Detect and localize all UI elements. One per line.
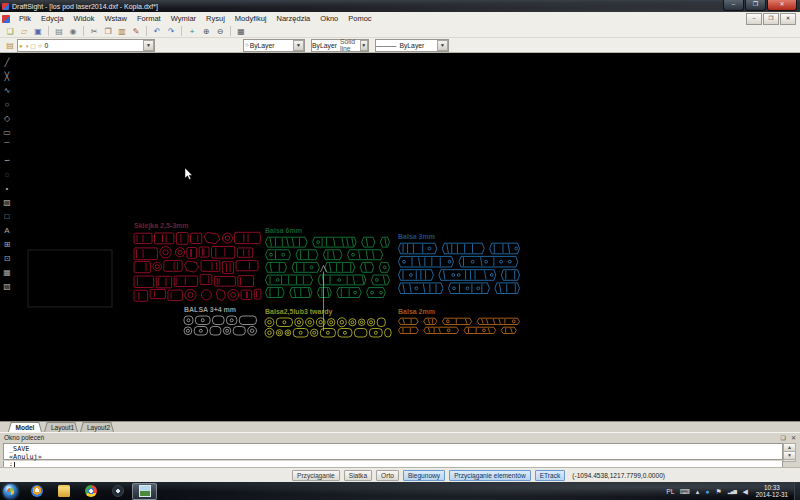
hatch-tool[interactable]: ▨ (1, 196, 13, 210)
status-bar: PrzyciąganieSiatkaOrtoBiegunowyPrzyciąga… (0, 467, 800, 483)
taskbar-explorer[interactable] (51, 483, 76, 500)
region-tool[interactable]: □ (1, 210, 13, 224)
maximize-button[interactable]: ❐ (745, 0, 766, 11)
chevron-down-icon[interactable]: ▼ (293, 40, 304, 51)
doc-restore-button[interactable]: ❐ (763, 13, 779, 25)
open-button[interactable]: ▱ (18, 26, 30, 37)
redo-button[interactable]: ↷ (165, 26, 177, 37)
language-indicator[interactable]: PL (666, 488, 674, 495)
taskbar-viewer[interactable] (132, 483, 157, 500)
menu-rysuj[interactable]: Rysuj (201, 12, 230, 25)
make-block-tool[interactable]: ⊡ (1, 252, 13, 266)
construction-line-tool[interactable]: ╳ (1, 70, 13, 84)
minimize-button[interactable]: – (723, 0, 744, 11)
close-button[interactable]: ✕ (767, 0, 797, 11)
polygon-tool[interactable]: ◇ (1, 112, 13, 126)
network-icon[interactable]: ▂▄▆ (728, 483, 737, 500)
toggle-etrack[interactable]: ETrack (535, 470, 566, 481)
polyline-tool[interactable]: ∿ (1, 84, 13, 98)
menu-format[interactable]: Format (132, 12, 166, 25)
line-color-combo[interactable]: ○ ByLayer ▼ (243, 39, 305, 52)
line-weight-combo[interactable]: ——— ByLayer ▼ (375, 39, 449, 52)
taskbar-chrome[interactable] (78, 483, 103, 500)
toggle-przyci-ganie-element-w[interactable]: Przyciąganie elementów (449, 470, 530, 481)
drawing-canvas[interactable]: Sklejka 2,5-3mmBalsa 6mmBalsa 3mmBALSA 3… (0, 53, 800, 421)
show-desktop-button[interactable] (794, 482, 800, 500)
cut-button[interactable]: ✂ (88, 26, 100, 37)
parts-sklejka (134, 232, 261, 301)
table-tool[interactable]: ▦ (1, 266, 13, 280)
copy-button[interactable]: ❐ (102, 26, 114, 37)
taskbar-clock[interactable]: 10:33 2014-12-31 (756, 484, 788, 499)
paste-button[interactable]: ▥ (116, 26, 128, 37)
print-preview-button[interactable]: ◉ (67, 26, 79, 37)
line-tool[interactable]: ╱ (1, 56, 13, 70)
line-weight-value: ByLayer (399, 42, 424, 49)
undo-button[interactable]: ↶ (151, 26, 163, 37)
taskbar-steam[interactable] (105, 483, 130, 500)
toggle-biegunowy[interactable]: Biegunowy (403, 470, 445, 481)
menu-narzędzia[interactable]: Narzędzia (272, 12, 316, 25)
menu-wymiar[interactable]: Wymiar (166, 12, 201, 25)
zoom-in-button[interactable]: ⊕ (200, 26, 212, 37)
command-history[interactable]: _SAVE«Anuluj» (3, 443, 783, 460)
toggle-orto[interactable]: Orto (376, 470, 399, 481)
menu-edycja[interactable]: Edycja (36, 12, 69, 25)
start-button[interactable] (3, 484, 18, 499)
line-style-combo[interactable]: ByLayer Solid line ▼ (311, 39, 369, 52)
rectangle-tool[interactable]: ▭ (1, 126, 13, 140)
tray-expand-icon[interactable]: ▴ (696, 483, 700, 500)
save-button[interactable]: ▣ (32, 26, 44, 37)
doc-minimize-button[interactable]: – (746, 13, 762, 25)
menu-modyfikuj[interactable]: Modyfikuj (230, 12, 272, 25)
sheet-tab-bar: ModelLayout1Layout2 (0, 421, 800, 432)
note-tool[interactable]: A (1, 224, 13, 238)
format-painter-button[interactable]: ✎ (130, 26, 142, 37)
tab-model[interactable]: Model (8, 422, 42, 432)
ellipse-tool[interactable]: ◌ (1, 168, 13, 182)
flag-icon[interactable]: ⚑ (715, 483, 721, 500)
keyboard-icon[interactable]: ⌨ (680, 483, 690, 500)
toolbar-separator (230, 26, 231, 36)
chevron-down-icon[interactable]: ▼ (143, 40, 154, 51)
menu-pomoc[interactable]: Pomoc (343, 12, 376, 25)
menu-widok[interactable]: Widok (69, 12, 100, 25)
volume-icon[interactable]: ◀ (742, 483, 747, 500)
layer-manager-button[interactable]: ▤ (4, 40, 16, 51)
tab-layout1[interactable]: Layout1 (44, 422, 78, 432)
new-button[interactable]: ❏ (4, 26, 16, 37)
spline-tool[interactable]: ∽ (1, 154, 13, 168)
scroll-up-icon[interactable]: ▲ (784, 444, 795, 452)
taskbar-wmp[interactable] (24, 483, 49, 500)
zoom-out-button[interactable]: ⊖ (214, 26, 226, 37)
float-icon[interactable]: ❏ (781, 434, 786, 442)
coordinates-readout: (-1094.4538,1217.7799,0.0000) (572, 472, 665, 479)
chevron-down-icon[interactable]: ▼ (437, 40, 448, 51)
print-button[interactable]: ▤ (53, 26, 65, 37)
menu-wstaw[interactable]: Wstaw (99, 12, 132, 25)
properties-button[interactable]: ▦ (235, 26, 247, 37)
layer-combo[interactable]: ●◑▢○ 0 ▼ (17, 39, 155, 52)
command-scrollbar[interactable]: ▲ ▼ (783, 443, 796, 462)
tab-layout2[interactable]: Layout2 (80, 422, 114, 432)
pan-button[interactable]: + (186, 26, 198, 37)
menu-okno[interactable]: Okno (315, 12, 343, 25)
scroll-down-icon[interactable]: ▼ (784, 452, 795, 460)
taskbar-apps (24, 483, 159, 500)
messenger-icon[interactable]: ● (705, 483, 709, 500)
point-tool[interactable]: • (1, 182, 13, 196)
toggle-przyci-ganie[interactable]: Przyciąganie (292, 470, 340, 481)
close-icon[interactable]: ✕ (791, 434, 796, 442)
toolbar-separator (83, 26, 84, 36)
line-weight-preview: ——— (376, 42, 396, 49)
clock-date: 2014-12-31 (756, 491, 788, 499)
toggle-siatka[interactable]: Siatka (344, 470, 372, 481)
circle-tool[interactable]: ○ (1, 98, 13, 112)
image-tool[interactable]: ▧ (1, 280, 13, 294)
arc-tool[interactable]: ⌒ (1, 140, 13, 154)
chevron-down-icon[interactable]: ▼ (360, 40, 368, 51)
menu-plik[interactable]: Plik (14, 12, 36, 25)
doc-close-button[interactable]: ✕ (780, 13, 796, 25)
insert-block-tool[interactable]: ⊞ (1, 238, 13, 252)
properties-toolbar: ▤ ●◑▢○ 0 ▼ ○ ByLayer ▼ ByLayer Solid lin… (0, 38, 800, 53)
